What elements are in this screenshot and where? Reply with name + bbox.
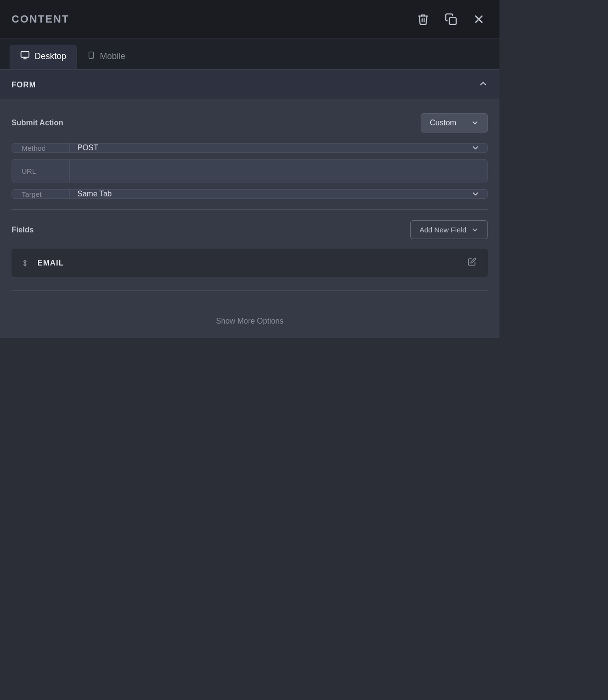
show-more-row: Show More Options (0, 304, 499, 338)
field-item-edit-button[interactable] (465, 256, 479, 269)
tab-mobile[interactable]: Mobile (77, 45, 136, 69)
tab-desktop[interactable]: Desktop (10, 45, 77, 69)
target-label: Target (12, 190, 70, 198)
desktop-icon (20, 50, 30, 62)
target-row: Target Same Tab (12, 189, 488, 199)
header: CONTENT (0, 0, 499, 38)
copy-button[interactable] (442, 10, 460, 28)
submit-action-dropdown[interactable]: Custom (421, 113, 488, 133)
trash-button[interactable] (414, 10, 432, 28)
close-button[interactable] (470, 10, 488, 28)
target-chevron-icon (471, 190, 480, 198)
url-row: URL (12, 159, 488, 182)
copy-icon (445, 13, 457, 25)
url-label: URL (12, 160, 70, 182)
add-new-field-button[interactable]: Add New Field (410, 220, 488, 239)
show-more-label: Show More Options (216, 317, 284, 325)
add-field-chevron-icon (471, 226, 479, 234)
method-row: Method POST (12, 143, 488, 153)
trash-icon (417, 13, 429, 25)
close-icon (473, 13, 485, 25)
form-collapse-chevron[interactable] (478, 79, 488, 91)
tab-mobile-label: Mobile (100, 51, 125, 61)
divider-1 (12, 209, 488, 210)
tab-desktop-label: Desktop (35, 51, 66, 61)
submit-action-value: Custom (430, 119, 456, 127)
show-more-divider (12, 290, 488, 291)
pencil-icon (468, 257, 476, 266)
mobile-icon (87, 50, 95, 62)
form-section-title: FORM (12, 81, 36, 89)
reorder-handle[interactable] (20, 258, 30, 268)
svg-rect-0 (450, 17, 456, 24)
fields-row: Fields Add New Field (12, 220, 488, 239)
target-value-cell[interactable]: Same Tab (70, 190, 487, 198)
add-field-label: Add New Field (419, 226, 466, 234)
field-item-name: EMAIL (37, 259, 457, 267)
fields-label: Fields (12, 226, 34, 234)
submit-action-row: Submit Action Custom (12, 113, 488, 133)
svg-rect-3 (21, 52, 29, 58)
tabs-bar: Desktop Mobile (0, 38, 499, 70)
method-label: Method (12, 144, 70, 152)
submit-action-chevron-icon (471, 119, 479, 127)
url-value-cell[interactable] (70, 160, 487, 182)
method-value: POST (77, 144, 98, 152)
field-item-email: EMAIL (12, 249, 488, 277)
method-chevron-icon (471, 144, 480, 152)
submit-action-label: Submit Action (12, 119, 63, 127)
form-section-header: FORM (0, 70, 499, 100)
main-content: FORM Submit Action Custom Method POS (0, 70, 499, 338)
show-more-button[interactable]: Show More Options (208, 314, 292, 328)
page-title: CONTENT (12, 13, 69, 25)
method-value-cell[interactable]: POST (70, 144, 487, 152)
url-input[interactable] (77, 160, 480, 182)
target-value: Same Tab (77, 190, 112, 198)
form-content: Submit Action Custom Method POST (0, 100, 499, 304)
header-actions (414, 10, 488, 28)
